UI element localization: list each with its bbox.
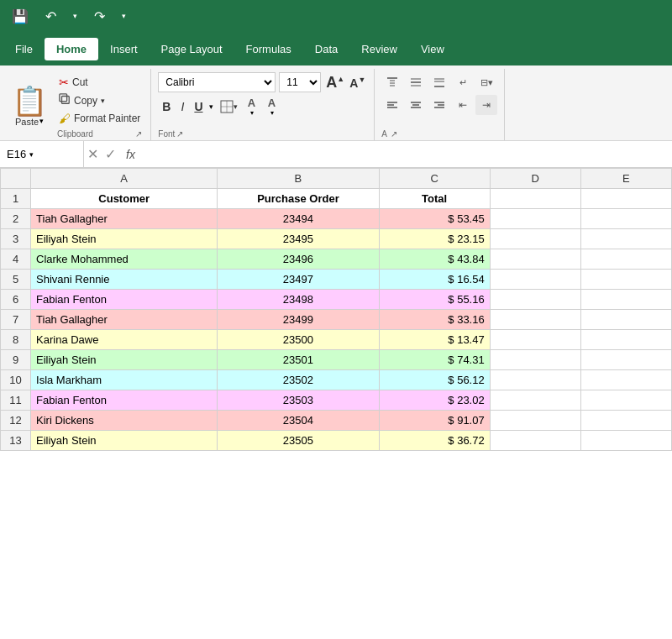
cell-a[interactable]: Shivani Rennie: [31, 270, 218, 290]
col-header-c[interactable]: C: [379, 169, 490, 189]
col-header-b[interactable]: B: [218, 169, 379, 189]
cell-a[interactable]: Eiliyah Stein: [31, 229, 218, 249]
cell-d[interactable]: [490, 209, 580, 229]
cell-e[interactable]: [580, 411, 671, 431]
cut-button[interactable]: ✂ Cut: [54, 74, 145, 91]
cell-d[interactable]: [490, 431, 580, 451]
row-header-11[interactable]: 11: [1, 390, 31, 411]
col-header-e[interactable]: E: [580, 169, 671, 189]
cell-b[interactable]: 23503: [218, 390, 379, 411]
cell-e[interactable]: [580, 229, 671, 249]
formula-check-button[interactable]: ✓: [102, 146, 119, 162]
fill-color-button[interactable]: A ▾: [243, 96, 261, 118]
cell-c[interactable]: $ 91.07: [379, 411, 490, 431]
cell-d[interactable]: [490, 350, 580, 370]
col-header-a[interactable]: A: [31, 169, 218, 189]
cell-b[interactable]: 23498: [218, 290, 379, 310]
menu-item-home[interactable]: Home: [45, 38, 98, 60]
paste-button[interactable]: 📋 Paste ▾: [5, 72, 54, 140]
cell-e[interactable]: [580, 431, 671, 451]
row-header-2[interactable]: 2: [1, 209, 31, 229]
cell-b[interactable]: 23500: [218, 330, 379, 350]
border-button[interactable]: ▾: [217, 98, 241, 115]
align-right-button[interactable]: [428, 95, 450, 115]
cell-d[interactable]: [490, 390, 580, 411]
cell-e[interactable]: [580, 370, 671, 390]
cell-a[interactable]: Isla Markham: [31, 370, 218, 390]
undo-dropdown-icon[interactable]: ▾: [68, 10, 82, 22]
row-header-9[interactable]: 9: [1, 350, 31, 370]
menu-item-insert[interactable]: Insert: [98, 38, 150, 60]
wrap-text-button[interactable]: ↵: [452, 72, 474, 92]
align-center-button[interactable]: [405, 95, 427, 115]
clipboard-expand-icon[interactable]: ↗: [135, 129, 142, 139]
copy-dropdown-icon[interactable]: ▾: [101, 97, 105, 105]
cell-d[interactable]: [490, 189, 580, 209]
row-header-1[interactable]: 1: [1, 189, 31, 209]
cell-c[interactable]: $ 13.47: [379, 330, 490, 350]
menu-item-data[interactable]: Data: [303, 38, 349, 60]
cell-a[interactable]: Karina Dawe: [31, 330, 218, 350]
row-header-10[interactable]: 10: [1, 370, 31, 390]
cell-a[interactable]: Tiah Gallagher: [31, 310, 218, 330]
font-color-dropdown[interactable]: ▾: [270, 109, 274, 117]
cell-b[interactable]: 23499: [218, 310, 379, 330]
cell-c[interactable]: $ 36.72: [379, 431, 490, 451]
cell-b[interactable]: 23501: [218, 350, 379, 370]
menu-item-view[interactable]: View: [409, 38, 456, 60]
cell-e[interactable]: [580, 290, 671, 310]
merge-center-button[interactable]: ⊟▾: [475, 72, 497, 92]
row-header-6[interactable]: 6: [1, 290, 31, 310]
italic-button[interactable]: I: [176, 97, 188, 117]
cell-a[interactable]: Fabian Fenton: [31, 390, 218, 411]
cell-b[interactable]: 23504: [218, 411, 379, 431]
cell-c[interactable]: Total: [379, 189, 490, 209]
format-painter-button[interactable]: 🖌 Format Painter: [54, 110, 145, 127]
cell-reference-box[interactable]: E16 ▾: [0, 141, 84, 167]
cell-e[interactable]: [580, 310, 671, 330]
cell-ref-dropdown-icon[interactable]: ▾: [29, 150, 34, 159]
align-bottom-button[interactable]: [428, 72, 450, 92]
cell-e[interactable]: [580, 209, 671, 229]
cell-c[interactable]: $ 56.12: [379, 370, 490, 390]
cell-e[interactable]: [580, 270, 671, 290]
cell-e[interactable]: [580, 249, 671, 270]
font-shrink-button[interactable]: A▼: [348, 74, 367, 92]
cell-a[interactable]: Clarke Mohammed: [31, 249, 218, 270]
cell-c[interactable]: $ 74.31: [379, 350, 490, 370]
font-expand-icon[interactable]: ↗: [176, 129, 183, 139]
undo-icon[interactable]: ↶: [40, 7, 61, 26]
font-grow-button[interactable]: A▲: [324, 74, 346, 92]
row-header-8[interactable]: 8: [1, 330, 31, 350]
align-middle-button[interactable]: [405, 72, 427, 92]
cell-c[interactable]: $ 23.15: [379, 229, 490, 249]
cell-a[interactable]: Fabian Fenton: [31, 290, 218, 310]
cell-b[interactable]: Purchase Order: [218, 189, 379, 209]
cell-d[interactable]: [490, 270, 580, 290]
cell-c[interactable]: $ 55.16: [379, 290, 490, 310]
corner-header[interactable]: [1, 169, 31, 189]
cell-b[interactable]: 23502: [218, 370, 379, 390]
formula-x-button[interactable]: ✕: [84, 146, 102, 162]
cell-e[interactable]: [580, 189, 671, 209]
row-header-3[interactable]: 3: [1, 229, 31, 249]
cell-b[interactable]: 23497: [218, 270, 379, 290]
row-header-4[interactable]: 4: [1, 249, 31, 270]
cell-a[interactable]: Tiah Gallagher: [31, 209, 218, 229]
cell-c[interactable]: $ 53.45: [379, 209, 490, 229]
cell-c[interactable]: $ 23.02: [379, 390, 490, 411]
cell-e[interactable]: [580, 390, 671, 411]
cell-e[interactable]: [580, 330, 671, 350]
alignment-expand-icon[interactable]: ↗: [391, 129, 397, 139]
cell-a[interactable]: Eiliyah Stein: [31, 350, 218, 370]
menu-item-review[interactable]: Review: [349, 38, 409, 60]
cell-b[interactable]: 23505: [218, 431, 379, 451]
increase-indent-button[interactable]: ⇥: [475, 95, 497, 115]
cell-d[interactable]: [490, 229, 580, 249]
bold-button[interactable]: B: [158, 97, 175, 117]
cell-a[interactable]: Eiliyah Stein: [31, 431, 218, 451]
cell-c[interactable]: $ 33.16: [379, 310, 490, 330]
font-size-select[interactable]: 11: [279, 72, 321, 92]
cell-d[interactable]: [490, 249, 580, 270]
formula-input[interactable]: [142, 148, 672, 160]
